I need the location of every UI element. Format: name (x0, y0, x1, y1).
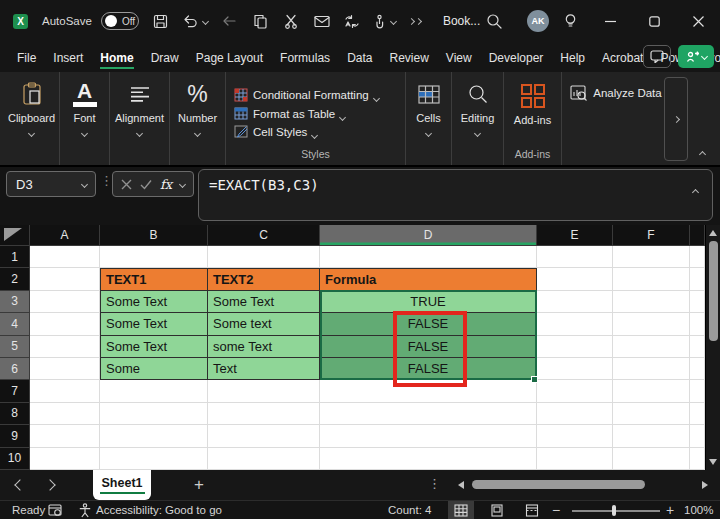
cell-F6[interactable] (613, 358, 690, 380)
more-commands-button[interactable] (409, 19, 421, 24)
column-header-e[interactable]: E (537, 225, 613, 246)
tab-home[interactable]: Home (100, 45, 133, 70)
cell-B7[interactable] (100, 380, 208, 402)
editing-group-button[interactable]: Editing (452, 72, 504, 165)
excel-logo-icon[interactable]: X (13, 14, 28, 29)
cell-F7[interactable] (613, 380, 690, 402)
cell-B9[interactable] (100, 425, 208, 447)
row-header-5[interactable]: 5 (0, 336, 30, 358)
cell-C4[interactable]: Some text (208, 313, 320, 335)
hscroll-left-icon[interactable] (458, 481, 464, 489)
cell-A9[interactable] (30, 425, 100, 447)
ribbon-collapse-button[interactable] (694, 148, 710, 160)
cell-E10[interactable] (537, 448, 613, 470)
row-header-3[interactable]: 3 (0, 291, 30, 313)
alignment-group-button[interactable]: Alignment (110, 72, 170, 165)
tab-acrobat[interactable]: Acrobat (602, 45, 643, 70)
cell-F3[interactable] (613, 291, 690, 313)
tab-view[interactable]: View (446, 45, 472, 70)
cell-A10[interactable] (30, 448, 100, 470)
scroll-down-icon[interactable] (709, 459, 717, 465)
zoom-slider-thumb[interactable] (612, 505, 616, 516)
formula-input[interactable]: =EXACT(B3,C3) (198, 169, 713, 221)
row-header-7[interactable]: 7 (0, 380, 30, 402)
select-all-button[interactable] (0, 225, 30, 246)
cell-C6[interactable]: Text (208, 358, 320, 380)
horizontal-scrollbar-thumb[interactable] (472, 480, 645, 489)
cell-C3[interactable]: Some Text (208, 291, 320, 313)
row-header-6[interactable]: 6 (0, 358, 30, 380)
mail-button[interactable] (314, 15, 330, 28)
minimize-button[interactable] (588, 0, 632, 42)
share-button[interactable] (678, 45, 714, 68)
tab-insert[interactable]: Insert (53, 45, 83, 70)
cell-C1[interactable] (208, 246, 320, 268)
cell-G4-partial[interactable] (690, 313, 705, 335)
cell-F4[interactable] (613, 313, 690, 335)
sheet-nav-right-icon[interactable] (44, 479, 55, 490)
enter-icon[interactable] (140, 179, 152, 190)
row-header-10[interactable]: 10 (0, 448, 30, 470)
vertical-scrollbar-thumb[interactable] (709, 241, 718, 341)
cell-G10-partial[interactable] (690, 448, 705, 470)
cell-D3[interactable]: TRUE (320, 291, 537, 313)
cell-C5[interactable]: some Text (208, 336, 320, 358)
copy-button[interactable] (253, 14, 268, 29)
cell-G7-partial[interactable] (690, 380, 705, 402)
cell-E8[interactable] (537, 403, 613, 425)
column-header-b[interactable]: B (100, 225, 208, 246)
hscroll-right-icon[interactable] (702, 481, 708, 489)
addins-group[interactable]: Add-ins Add-ins (504, 72, 562, 165)
account-avatar[interactable]: AK (527, 10, 549, 32)
cell-F5[interactable] (613, 336, 690, 358)
view-page-layout-button[interactable] (484, 501, 510, 519)
cell-A2[interactable] (30, 268, 100, 290)
search-button[interactable] (486, 13, 503, 30)
name-box[interactable]: D3 (6, 171, 96, 197)
tab-data[interactable]: Data (347, 45, 372, 70)
undo-dropdown[interactable] (203, 19, 208, 24)
cell-D6[interactable]: FALSE (320, 358, 537, 380)
save-button[interactable] (153, 14, 168, 29)
scroll-up-icon[interactable] (709, 230, 717, 236)
cell-C8[interactable] (208, 403, 320, 425)
row-header-2[interactable]: 2 (0, 268, 30, 290)
cell-E3[interactable] (537, 291, 613, 313)
cell-A4[interactable] (30, 313, 100, 335)
conditional-formatting-button[interactable]: Conditional Formatting (234, 88, 379, 102)
cell-B10[interactable] (100, 448, 208, 470)
macro-record-button[interactable] (48, 501, 62, 519)
cell-F10[interactable] (613, 448, 690, 470)
zoom-out-button[interactable]: − (552, 501, 560, 519)
autosave-toggle[interactable]: Off (101, 12, 139, 30)
row-header-4[interactable]: 4 (0, 313, 30, 335)
tab-page-layout[interactable]: Page Layout (196, 45, 263, 70)
clipboard-group-button[interactable]: Clipboard (4, 72, 60, 165)
tab-help[interactable]: Help (560, 45, 585, 70)
column-header-d[interactable]: D (320, 225, 537, 246)
vertical-scrollbar[interactable] (705, 225, 720, 470)
cell-G1-partial[interactable] (690, 246, 705, 268)
cell-G8-partial[interactable] (690, 403, 705, 425)
cell-F1[interactable] (613, 246, 690, 268)
cell-A1[interactable] (30, 246, 100, 268)
maximize-button[interactable] (632, 0, 676, 42)
cell-B4[interactable]: Some Text (100, 313, 208, 335)
sheet-tab-sheet1[interactable]: Sheet1 (93, 470, 151, 500)
tab-review[interactable]: Review (389, 45, 428, 70)
cell-B6[interactable]: Some (100, 358, 208, 380)
cell-D5[interactable]: FALSE (320, 336, 537, 358)
zoom-level[interactable]: 100% (684, 501, 713, 519)
cell-B1[interactable] (100, 246, 208, 268)
cells-group-button[interactable]: Cells (406, 72, 452, 165)
tab-formulas[interactable]: Formulas (280, 45, 330, 70)
cell-E4[interactable] (537, 313, 613, 335)
cell-A5[interactable] (30, 336, 100, 358)
cell-A3[interactable] (30, 291, 100, 313)
cell-D2[interactable]: Formula (320, 268, 537, 290)
cell-A8[interactable] (30, 403, 100, 425)
cell-G6-partial[interactable] (690, 358, 705, 380)
cell-B3[interactable]: Some Text (100, 291, 208, 313)
cell-F9[interactable] (613, 425, 690, 447)
font-group-button[interactable]: A Font (60, 72, 110, 165)
